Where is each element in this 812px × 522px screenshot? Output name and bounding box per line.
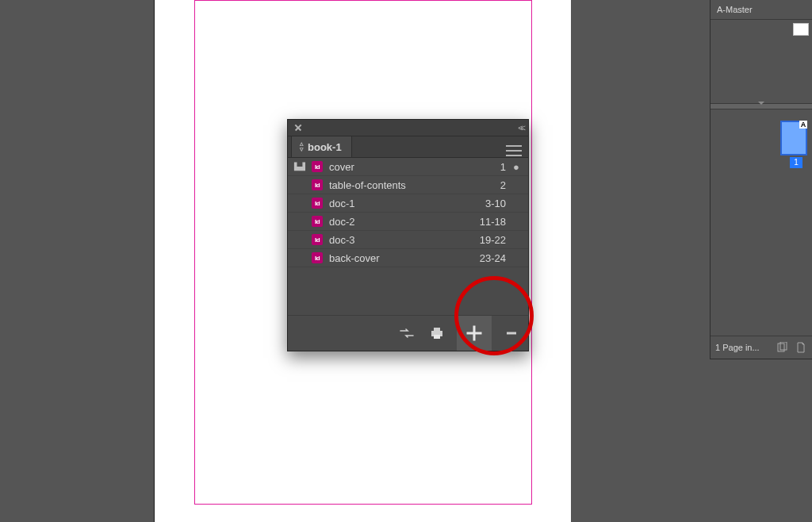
pages-masters-area[interactable] — [710, 20, 812, 103]
document-name: doc-2 — [329, 216, 458, 228]
document-page-range: 11-18 — [465, 216, 506, 228]
page-thumbnail-1[interactable]: A — [780, 121, 807, 155]
document-name: doc-3 — [329, 234, 458, 246]
pasteboard-left — [0, 0, 155, 522]
book-tab-label: book-1 — [308, 141, 342, 153]
pages-panel-divider[interactable] — [710, 103, 812, 109]
document-open-indicator: ● — [512, 161, 520, 173]
book-document-row[interactable]: Iddoc-211-18 — [288, 213, 528, 231]
svg-rect-4 — [434, 335, 440, 339]
document-page-range: 2 — [465, 179, 506, 191]
book-list-empty-area[interactable] — [288, 267, 528, 316]
new-page-icon[interactable] — [795, 341, 807, 354]
document-page-range: 1 — [465, 161, 506, 173]
indesign-file-icon: Id — [312, 161, 323, 172]
book-document-row[interactable]: Idtable-of-contents2 — [288, 176, 528, 194]
collapse-panel-icon[interactable]: << — [518, 123, 523, 132]
master-page-thumbnail[interactable] — [793, 23, 809, 36]
book-tab[interactable]: ▵▿ book-1 — [291, 136, 352, 157]
edit-page-size-icon[interactable] — [776, 341, 788, 354]
print-book-icon[interactable] — [427, 323, 447, 344]
book-document-row[interactable]: Idback-cover23-24 — [288, 249, 528, 267]
indesign-file-icon: Id — [312, 179, 323, 190]
panel-menu-icon[interactable] — [506, 144, 522, 157]
document-page-range: 19-22 — [465, 234, 506, 246]
page-master-indicator: A — [799, 121, 807, 129]
style-source-indicator-icon[interactable]: ▙▟ — [294, 163, 305, 171]
pages-master-row[interactable]: A-Master — [710, 0, 812, 20]
document-name: table-of-contents — [329, 179, 458, 191]
master-page-label: A-Master — [717, 5, 753, 14]
book-panel-titlebar[interactable]: << — [288, 120, 528, 136]
svg-rect-3 — [434, 328, 440, 331]
book-document-row[interactable]: Iddoc-13-10 — [288, 194, 528, 213]
document-name: back-cover — [329, 252, 458, 264]
pages-panel: A-Master A 1 1 Page in... — [710, 0, 812, 359]
book-panel: << ▵▿ book-1 ▙▟Idcover1●Idtable-of-conte… — [287, 119, 529, 351]
plus-icon — [464, 323, 485, 344]
pages-count-label: 1 Page in... — [715, 343, 760, 352]
page-number-badge[interactable]: 1 — [790, 157, 802, 168]
unsaved-indicator-icon: ▵▿ — [300, 141, 304, 152]
minus-icon — [504, 325, 519, 341]
book-document-row[interactable]: Iddoc-319-22 — [288, 231, 528, 249]
document-name: doc-1 — [329, 198, 458, 209]
indesign-file-icon: Id — [312, 234, 323, 245]
pages-thumbnails-area[interactable]: A 1 — [710, 109, 812, 316]
workspace: A-Master A 1 1 Page in... << — [0, 0, 812, 522]
document-page-range: 3-10 — [465, 198, 506, 209]
book-panel-footer — [288, 316, 528, 351]
document-name: cover — [329, 161, 458, 173]
close-icon[interactable] — [293, 122, 304, 133]
indesign-file-icon: Id — [312, 216, 323, 227]
book-panel-tabstrip: ▵▿ book-1 — [288, 136, 528, 158]
pages-panel-footer: 1 Page in... — [710, 336, 812, 359]
indesign-file-icon: Id — [312, 198, 323, 209]
indesign-file-icon: Id — [312, 252, 323, 263]
sync-styles-icon[interactable] — [396, 323, 417, 344]
book-document-row[interactable]: ▙▟Idcover1● — [288, 158, 528, 176]
book-documents-list: ▙▟Idcover1●Idtable-of-contents2Iddoc-13-… — [288, 158, 528, 267]
remove-document-button[interactable] — [501, 323, 522, 344]
document-page-range: 23-24 — [465, 252, 506, 264]
add-document-button[interactable] — [457, 316, 492, 351]
